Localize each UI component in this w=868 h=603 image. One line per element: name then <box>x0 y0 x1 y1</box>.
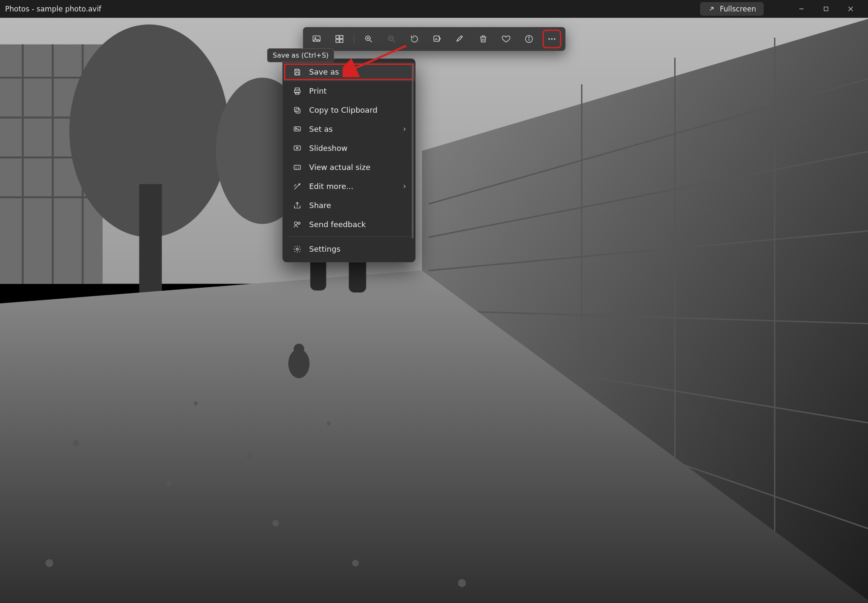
markup-button[interactable] <box>452 31 469 47</box>
svg-point-30 <box>45 559 53 567</box>
svg-text:1:1: 1:1 <box>295 166 300 169</box>
chevron-right-icon <box>402 126 407 132</box>
svg-line-53 <box>393 40 395 42</box>
svg-rect-66 <box>296 72 299 75</box>
menu-item-label: Send feedback <box>309 220 407 229</box>
svg-point-63 <box>554 38 555 40</box>
photo-view-icon <box>312 34 321 44</box>
fullscreen-icon <box>708 5 715 13</box>
copy-icon <box>293 106 301 114</box>
photo-viewport[interactable] <box>0 18 868 603</box>
svg-point-73 <box>296 128 296 128</box>
svg-rect-70 <box>296 108 300 113</box>
svg-point-78 <box>294 222 297 225</box>
svg-point-27 <box>73 440 79 447</box>
svg-point-28 <box>167 481 172 486</box>
svg-rect-44 <box>336 36 339 39</box>
chevron-right-icon <box>402 183 407 189</box>
maximize-button[interactable] <box>814 0 838 17</box>
app-name: Photos <box>5 5 29 13</box>
set-as-icon <box>293 125 301 133</box>
maximize-icon <box>823 6 829 11</box>
print-icon <box>293 87 301 95</box>
menu-item-edit-more[interactable]: Edit more... <box>283 177 415 196</box>
svg-point-32 <box>458 579 466 587</box>
menu-item-label: View actual size <box>309 163 407 172</box>
titlebar-controls: Fullscreen <box>700 0 863 17</box>
menu-item-settings[interactable]: Settings <box>283 239 415 258</box>
file-name: sample photo.avif <box>36 5 101 13</box>
filmstrip-button[interactable] <box>331 31 348 47</box>
rotate-button[interactable] <box>406 31 423 47</box>
menu-item-share[interactable]: Share <box>283 196 415 215</box>
feedback-icon <box>293 220 301 229</box>
svg-rect-69 <box>296 92 299 94</box>
delete-icon <box>478 34 488 44</box>
toolbar <box>303 27 565 51</box>
svg-rect-67 <box>295 88 299 90</box>
zoom-in-icon <box>364 34 373 44</box>
close-icon <box>848 6 853 11</box>
favorite-icon <box>501 34 511 44</box>
edit-image-icon <box>433 34 442 44</box>
menu-item-label: Set as <box>309 125 394 133</box>
favorite-button[interactable] <box>497 31 514 47</box>
edit-image-button[interactable] <box>429 31 446 47</box>
info-button[interactable] <box>520 31 537 47</box>
menu-item-save-as[interactable]: Save as <box>283 62 415 81</box>
svg-point-35 <box>246 454 252 459</box>
zoom-in-button[interactable] <box>360 31 377 47</box>
menu-item-label: Copy to Clipboard <box>309 106 407 114</box>
markup-icon <box>455 34 465 44</box>
title-separator: - <box>29 5 36 13</box>
svg-rect-1 <box>824 7 828 11</box>
titlebar: Photos - sample photo.avif Fullscreen <box>0 0 868 18</box>
svg-point-41 <box>293 344 304 354</box>
photo-image <box>0 18 868 603</box>
settings-icon <box>293 245 301 253</box>
svg-point-29 <box>272 520 279 527</box>
svg-point-61 <box>548 38 550 40</box>
delete-button[interactable] <box>474 31 491 47</box>
menu-item-label: Print <box>309 86 407 95</box>
svg-point-33 <box>194 401 198 405</box>
menu-divider <box>287 236 411 237</box>
svg-marker-75 <box>296 147 298 148</box>
share-icon <box>293 201 301 210</box>
fullscreen-button[interactable]: Fullscreen <box>700 2 764 16</box>
menu-item-copy[interactable]: Copy to Clipboard <box>283 100 415 119</box>
tooltip-text: Save as (Ctrl+S) <box>273 51 329 59</box>
svg-point-60 <box>528 37 529 38</box>
more-button[interactable] <box>543 31 560 47</box>
more-icon <box>547 34 556 44</box>
menu-item-feedback[interactable]: Send feedback <box>283 215 415 234</box>
menu-item-label: Edit more... <box>309 182 394 191</box>
menu-item-actual-size[interactable]: 1:1 View actual size <box>283 158 415 177</box>
more-menu: Save as Print Copy to Clipboard Set as S… <box>282 58 416 262</box>
svg-point-34 <box>327 422 331 425</box>
svg-point-62 <box>551 38 553 40</box>
menu-item-label: Save as <box>309 67 407 76</box>
menu-item-label: Slideshow <box>309 144 407 153</box>
svg-rect-46 <box>336 39 339 42</box>
info-icon <box>524 34 533 44</box>
svg-rect-47 <box>340 39 343 42</box>
zoom-out-icon <box>387 34 396 44</box>
close-button[interactable] <box>838 0 863 17</box>
svg-point-80 <box>296 248 299 250</box>
fullscreen-label: Fullscreen <box>720 5 756 13</box>
actual-size-icon: 1:1 <box>293 163 301 172</box>
menu-item-set-as[interactable]: Set as <box>283 119 415 139</box>
slideshow-icon <box>293 144 301 153</box>
window-title: Photos - sample photo.avif <box>5 5 101 13</box>
photo-view-button[interactable] <box>308 31 325 47</box>
menu-item-slideshow[interactable]: Slideshow <box>283 139 415 158</box>
svg-rect-71 <box>294 107 299 111</box>
menu-scrollbar[interactable] <box>412 65 413 239</box>
svg-rect-65 <box>296 69 299 71</box>
minimize-button[interactable] <box>789 0 814 17</box>
filmstrip-icon <box>335 34 344 44</box>
svg-point-31 <box>352 560 359 567</box>
zoom-out-button[interactable] <box>383 31 400 47</box>
menu-item-print[interactable]: Print <box>283 81 415 100</box>
